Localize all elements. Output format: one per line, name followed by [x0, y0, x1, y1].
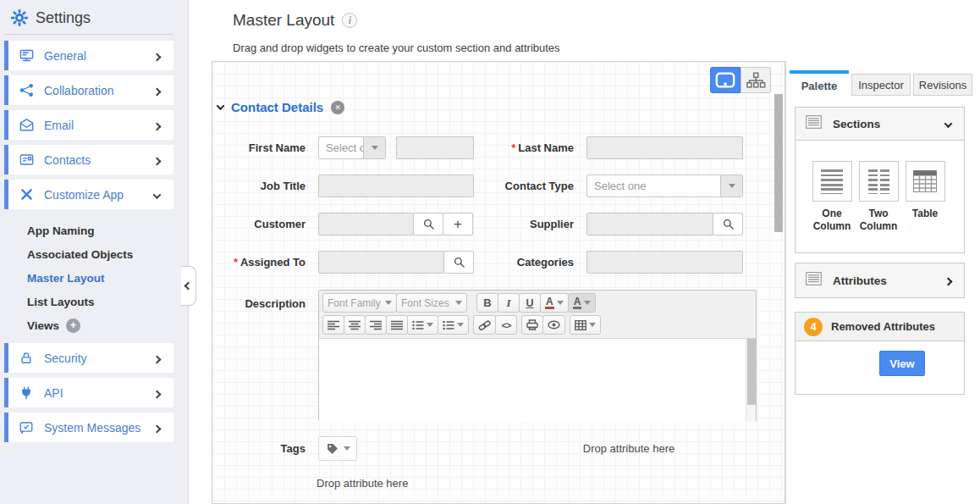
tags-button[interactable]	[318, 436, 357, 461]
sidebar-subitem-master-layout[interactable]: Master Layout	[27, 266, 133, 290]
customer-input[interactable]	[318, 213, 414, 235]
chevron-down-icon[interactable]	[720, 175, 742, 197]
sidebar-item-label: API	[44, 386, 63, 400]
numbered-list-button[interactable]	[438, 315, 469, 335]
drop-zone[interactable]: Drop attribute here	[544, 442, 713, 455]
chevron-right-icon	[153, 390, 162, 398]
align-right-button[interactable]	[365, 315, 387, 335]
section-title[interactable]: Contact Details	[231, 100, 323, 114]
sidebar-item-email[interactable]: Email	[4, 110, 173, 140]
align-left-button[interactable]	[322, 315, 344, 335]
supplier-search-button[interactable]	[713, 213, 743, 235]
preview-eye-icon	[548, 320, 560, 330]
sidebar-item-contacts[interactable]: Contacts	[4, 145, 173, 174]
chevron-down-icon[interactable]	[363, 137, 385, 158]
background-color-button[interactable]: A	[568, 293, 597, 313]
job-title-input[interactable]	[318, 174, 474, 197]
sidebar-item-general[interactable]: General	[4, 41, 173, 70]
widget-table[interactable]: Table	[905, 161, 945, 233]
last-name-input[interactable]	[586, 136, 743, 159]
sidebar-collapse-handle[interactable]	[181, 266, 196, 306]
widget-two-column[interactable]: Two Column	[858, 161, 899, 233]
sidebar-subitem-app-naming[interactable]: App Naming	[27, 219, 133, 242]
text-color-button[interactable]: A	[540, 293, 569, 313]
salutation-value: Select one	[319, 141, 363, 154]
chevron-down-icon	[944, 119, 953, 128]
sidebar-divider	[4, 34, 173, 35]
chevron-right-icon	[153, 355, 162, 363]
sidebar-item-customize-app[interactable]: Customize App	[4, 180, 173, 209]
sidebar-item-system-messages[interactable]: System Messages	[4, 413, 173, 442]
align-justify-button[interactable]	[386, 315, 408, 335]
font-family-select[interactable]: Font Family	[322, 293, 397, 313]
sidebar-subitem-views[interactable]: Views +	[27, 313, 133, 337]
sections-panel-header[interactable]: Sections	[795, 107, 965, 141]
table-icon	[913, 170, 937, 192]
salutation-select[interactable]: Select one	[318, 136, 386, 159]
sidebar-item-label: System Messages	[44, 421, 140, 435]
widget-one-column[interactable]: One Column	[812, 161, 852, 233]
section-collapse-icon[interactable]	[217, 102, 225, 110]
message-check-icon	[18, 419, 35, 436]
tab-revisions[interactable]: Revisions	[913, 74, 972, 96]
supplier-input[interactable]	[586, 213, 713, 235]
desktop-view-button[interactable]	[710, 67, 741, 93]
categories-input[interactable]	[586, 251, 743, 274]
desktop-view-icon	[715, 71, 735, 90]
bullet-list-button[interactable]	[407, 315, 438, 335]
attributes-panel-header[interactable]: Attributes	[795, 263, 965, 298]
align-center-button[interactable]	[344, 315, 366, 335]
preview-button[interactable]	[542, 315, 565, 335]
remove-section-icon[interactable]: ✕	[331, 101, 344, 114]
monitor-icon	[18, 47, 35, 64]
search-icon	[722, 218, 735, 230]
canvas-scrollbar-thumb[interactable]	[774, 94, 783, 232]
right-panel: Palette Inspector Revisions Sections One…	[785, 61, 980, 504]
view-removed-button[interactable]: View	[879, 351, 925, 376]
info-icon[interactable]: i	[342, 13, 357, 28]
assigned-to-label: *Assigned To	[212, 251, 306, 274]
editor-scrollbar-thumb[interactable]	[747, 339, 756, 405]
sidebar-item-label: General	[44, 49, 86, 63]
page-subtitle: Drag and drop widgets to create your cus…	[233, 42, 560, 54]
tab-palette[interactable]: Palette	[790, 70, 849, 97]
drop-zone[interactable]: Drop attribute here	[317, 477, 408, 490]
bold-icon: B	[483, 296, 491, 309]
sidebar-subitem-associated-objects[interactable]: Associated Objects	[27, 242, 133, 266]
assigned-to-input[interactable]	[318, 251, 444, 274]
sidebar-item-label: Security	[44, 352, 87, 365]
link-button[interactable]	[473, 315, 496, 335]
plug-icon	[18, 385, 35, 402]
description-editor-body[interactable]	[319, 338, 756, 422]
sidebar-item-api[interactable]: API	[4, 378, 173, 407]
table-button[interactable]	[570, 315, 601, 335]
sidebar-item-collaboration[interactable]: Collaboration	[4, 75, 173, 105]
text-color-icon: A	[545, 296, 554, 309]
assigned-to-search-button[interactable]	[443, 251, 474, 274]
bold-button[interactable]: B	[476, 293, 498, 313]
code-button[interactable]: <>	[495, 315, 517, 335]
print-button[interactable]	[521, 315, 543, 335]
customer-add-button[interactable]: +	[443, 213, 473, 235]
tags-label: Tags	[212, 437, 306, 460]
link-icon	[478, 320, 491, 330]
tab-inspector[interactable]: Inspector	[851, 74, 911, 96]
italic-button[interactable]: I	[498, 293, 520, 313]
print-icon	[526, 319, 538, 330]
sections-icon	[806, 115, 822, 132]
chevron-right-icon	[153, 53, 162, 61]
widget-label: One Column	[812, 208, 852, 233]
contact-type-value: Select one	[587, 180, 720, 192]
code-icon: <>	[502, 320, 511, 330]
font-sizes-select[interactable]: Font Sizes	[396, 293, 467, 313]
contact-type-select[interactable]: Select one	[586, 174, 743, 197]
attributes-icon	[806, 272, 822, 289]
first-name-input[interactable]	[396, 136, 474, 159]
tree-view-button[interactable]	[741, 67, 771, 93]
sidebar-item-security[interactable]: Security	[4, 343, 173, 373]
contact-type-label: Contact Type	[481, 174, 574, 197]
sidebar-subitem-list-layouts[interactable]: List Layouts	[27, 290, 133, 313]
customer-search-button[interactable]	[413, 213, 443, 235]
add-view-icon[interactable]: +	[66, 318, 80, 333]
underline-button[interactable]: U	[519, 293, 541, 313]
